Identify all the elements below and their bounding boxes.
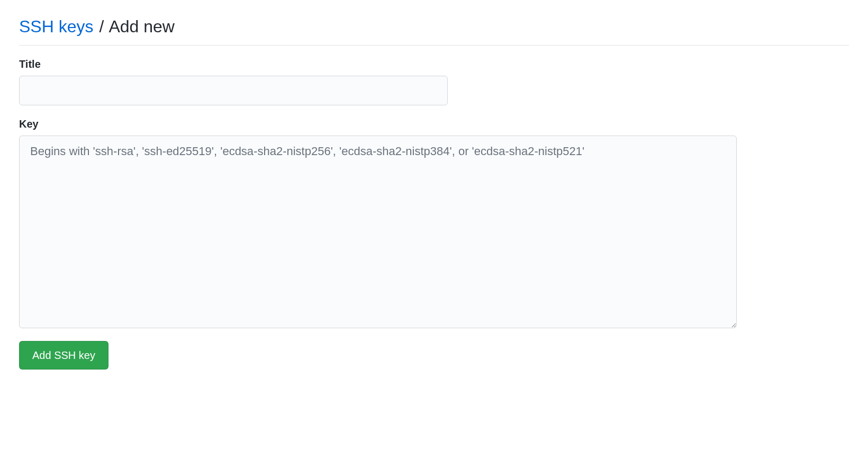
breadcrumb-separator: /	[98, 17, 105, 36]
breadcrumb: SSH keys / Add new	[19, 17, 849, 46]
title-field-group: Title	[19, 58, 849, 105]
key-textarea[interactable]	[19, 136, 737, 328]
add-ssh-key-button[interactable]: Add SSH key	[19, 341, 108, 370]
key-label: Key	[19, 118, 849, 130]
key-field-group: Key	[19, 118, 849, 328]
breadcrumb-parent-link[interactable]: SSH keys	[19, 17, 93, 36]
title-label: Title	[19, 58, 849, 70]
breadcrumb-current: Add new	[108, 17, 175, 36]
title-input[interactable]	[19, 76, 448, 105]
